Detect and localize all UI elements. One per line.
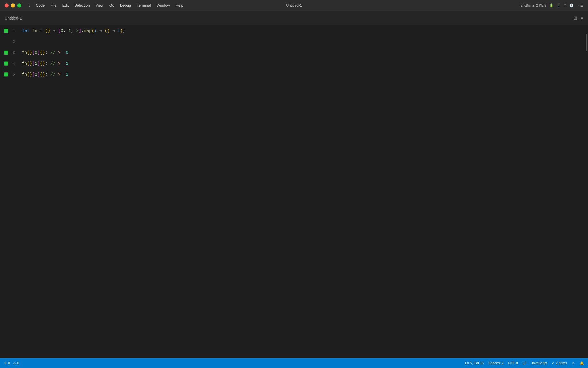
breakpoint-dot[interactable] [4,51,8,55]
split-editor-icon[interactable]: ⊞ [573,15,577,21]
gutter-line: 4 [0,58,17,69]
token-op: . [81,28,84,33]
token-plain [97,28,99,33]
close-button[interactable] [5,3,9,7]
token-plain [55,28,58,33]
token-plain [50,28,53,33]
menu-selection[interactable]: Selection [71,0,92,11]
bell-icon[interactable]: 🔔 [580,361,584,365]
token-bracket: ] [37,61,40,66]
smiley-icon[interactable]: ☺ [572,361,575,365]
editor[interactable]: 12345 let fn = () ⇒ [0, 1, 2].map(i ⇒ ()… [0,25,588,358]
maximize-button[interactable] [17,3,21,7]
gutter-line: 5 [0,69,17,80]
token-op: ; [45,72,48,77]
token-comment: // [50,61,55,66]
gutter-line: 1 [0,25,17,36]
token-paren: () [40,50,45,55]
menu-help[interactable]: Help [173,0,186,11]
token-op: ; [45,61,48,66]
token-plain [37,28,40,33]
tab-title[interactable]: Untitled-1 [5,16,22,20]
token-bracket: [ [58,28,61,33]
token-plain [48,72,50,77]
token-paren: () [105,28,110,33]
token-bracket: [ [32,72,35,77]
language-mode[interactable]: JavaScript [531,361,547,365]
network-status: 2 KB/s ▲ 2 KB/s [521,3,546,7]
phone-icon: 📱 [556,3,561,7]
token-plain [42,28,45,33]
token-plain: , [63,28,68,33]
line-ending[interactable]: LF [523,361,527,365]
menu-edit[interactable]: Edit [59,0,71,11]
token-plain [48,50,50,55]
line-number: 2 [10,40,15,44]
token-paren: () [45,28,50,33]
scrollbar[interactable] [585,25,588,358]
token-op: ; [45,50,48,55]
window-title: Untitled-1 [286,3,302,7]
token-plain [30,28,32,33]
token-num: 2 [76,28,79,33]
token-fn-name: fn [32,28,37,33]
breakpoint-dot[interactable] [4,72,8,76]
menu-view[interactable]: View [93,0,107,11]
clock-icon: 🕐 [569,3,574,7]
menu-terminal[interactable]: Terminal [134,0,154,11]
token-paren: () [40,61,45,66]
gutter-line: 2 [0,36,17,47]
gutter: 12345 [0,25,17,358]
breakpoint-dot[interactable] [4,29,8,33]
code-line: fn()[0](); // ? 0 [22,47,581,58]
status-right: Ln 5, Col 16 Spaces: 2 UTF-8 LF JavaScri… [465,361,584,365]
status-bar: ✕ 0 ⚠ 0 Ln 5, Col 16 Spaces: 2 UTF-8 LF … [0,358,588,368]
token-paren: () [27,72,32,77]
token-plain [48,61,50,66]
token-bracket: ] [37,72,40,77]
breakpoint-dot[interactable] [4,62,8,66]
indentation[interactable]: Spaces: 2 [488,361,504,365]
line-number: 4 [10,62,15,66]
token-result-num: 1 [66,61,68,66]
code-area[interactable]: let fn = () ⇒ [0, 1, 2].map(i ⇒ () ⇒ i);… [17,25,585,358]
line-number: 3 [10,51,15,55]
token-kw: let [22,28,30,33]
wifi-icon: ⇡ [564,3,566,7]
minimize-button[interactable] [11,3,15,7]
menu-window[interactable]: Window [154,0,173,11]
perf-indicator: ✓ 2.66ms [552,361,567,365]
token-comment: // [50,50,55,55]
token-op: ; [123,28,125,33]
scrollbar-thumb[interactable] [586,34,587,51]
token-plain: , [71,28,76,33]
token-paren: ) [120,28,123,33]
token-plain [55,50,58,55]
menu-debug[interactable]: Debug [117,0,134,11]
token-plain [102,28,105,33]
token-plain [61,72,66,77]
token-paren: () [27,61,32,66]
code-line [22,36,581,47]
token-num: 2 [35,72,37,77]
menu-bar:  Code File Edit Selection View Go Debug… [0,0,186,11]
token-bracket: [ [32,50,35,55]
code-line: fn()[2](); // ? 2 [22,69,581,80]
token-paren: () [40,72,45,77]
token-bracket: [ [32,61,35,66]
token-fn-name: fn [22,50,27,55]
token-plain [55,61,58,66]
menu-file[interactable]: File [48,0,59,11]
token-qs: ? [58,72,61,77]
encoding[interactable]: UTF-8 [508,361,518,365]
gutter-spacer [4,40,8,44]
token-paren: ( [92,28,94,33]
menu-apple[interactable]:  [26,0,33,11]
cursor-position[interactable]: Ln 5, Col 16 [465,361,484,365]
token-qs: ? [58,61,61,66]
token-op: = [40,28,42,33]
menu-go[interactable]: Go [107,0,117,11]
menu-code[interactable]: Code [33,0,48,11]
error-count[interactable]: ✕ 0 ⚠ 0 [4,361,19,365]
code-line: let fn = () ⇒ [0, 1, 2].map(i ⇒ () ⇒ i); [22,25,581,36]
